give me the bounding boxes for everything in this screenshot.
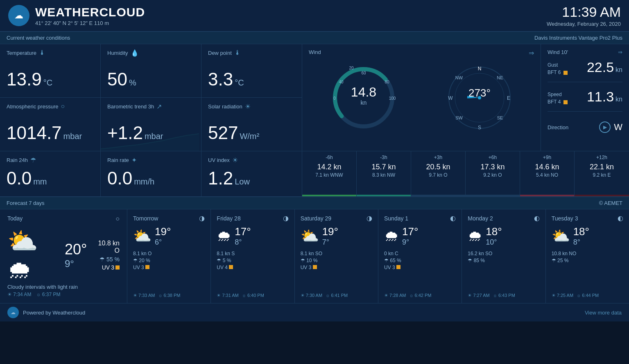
conditions-grid: Temperature 🌡 13.9 °C Humidity 💧 50 % De… [0, 44, 629, 197]
fc-day-5: Tuesday 3 ◐ [552, 214, 623, 222]
dewpoint-icon: 🌡 [234, 49, 241, 56]
wf-label-4: +9h [543, 155, 551, 160]
svg-text:NW: NW [455, 75, 463, 80]
wf-dir-2: 9.7 kn O [429, 172, 447, 178]
fc-day-4: Monday 2 ◐ [468, 214, 539, 222]
fc-times-2: ☀ 7:30 AM ☼ 6:41 PM [301, 290, 372, 298]
uv-icon: ☀ [232, 156, 238, 164]
today-details: 10.8 kn O ☂ 55 % UV 3 [93, 240, 120, 271]
pressure-icon: ○ [61, 103, 65, 110]
fc-uv-1: UV 4 [217, 265, 288, 270]
wind-gauge-area: 60 80 100 0 40 20 14.8 kn [306, 48, 421, 147]
fc-content-0: ⛅ 19° 6° 8.1 kn O ☂ 20 % UV 3 [133, 225, 205, 270]
fc-low-1: 8° [235, 238, 251, 247]
dew-point-cell: Dew point 🌡 3.3 °C [201, 44, 302, 97]
gust-bft-badge [563, 71, 568, 75]
svg-text:60: 60 [361, 71, 366, 75]
today-weather-icon: ⛅🌧 [7, 227, 58, 284]
footer-text: Powered by Weathercloud [23, 310, 85, 316]
fc-low-5: 8° [573, 238, 589, 247]
forecast-bar-label: Forecast 7 days [7, 200, 45, 206]
humidity-unit: % [129, 79, 136, 87]
temperature-cell: Temperature 🌡 13.9 °C [0, 44, 100, 97]
wf-dir-0: 7.1 kn WNW [315, 172, 343, 178]
rain24-icon: ☂ [30, 156, 36, 164]
temperature-value-container: 13.9 °C [7, 70, 94, 92]
today-label: Today [7, 215, 23, 222]
svg-text:NE: NE [497, 75, 503, 80]
fc-rain-2: ☂ 10 % [301, 258, 372, 263]
solar-unit: W/m² [240, 132, 259, 140]
wf-label-2: +3h [434, 155, 442, 160]
today-main: ⛅🌧 20° 9° 10.8 kn O ☂ 55 % UV 3 [7, 227, 120, 284]
pressure-label: Atmospheric pressure ○ [7, 103, 94, 110]
uv-cell: UV index ☀ 1.2 Low [201, 151, 302, 196]
logo-icon: ☁ [14, 10, 23, 21]
fc-low-2: 7° [322, 238, 338, 247]
fc-uv-2: UV 3 [301, 265, 372, 270]
rain24-label: Rain 24h ☂ [7, 156, 94, 164]
gust-bft: BFT 6 [548, 70, 568, 75]
forecast-tomorrow: Tomorrow ◑ ⛅ 19° 6° 8.1 kn O ☂ 20 % UV 3… [127, 209, 210, 303]
svg-text:SW: SW [455, 115, 463, 120]
today-uv: UV 3 [93, 264, 120, 271]
fc-rain-1: ☂ 5 % [217, 258, 288, 263]
wind10-direction-row: Direction ▶ W [548, 121, 622, 133]
gust-value: 22.5 [587, 59, 614, 75]
fc-high-2: 19° [322, 225, 338, 238]
wf-label-3: +6h [489, 155, 497, 160]
dew-point-value-container: 3.3 °C [208, 70, 295, 92]
rain-rate-value-container: 0.0 mm/h [107, 169, 195, 191]
fc-wind-1: 8.1 kn S [217, 251, 288, 256]
wind-compass-area: N E S W NE SE SW NW 273° [422, 48, 536, 147]
svg-text:20: 20 [349, 66, 354, 70]
app-header: ☁ WEATHERCLOUD 41° 22' 40" N 2° 5' 12" E… [0, 0, 629, 31]
forecast-bar-source: © AEMET [599, 200, 622, 206]
wind10-speed-row: Speed BFT 4 11.3 kn [548, 89, 622, 112]
current-time: 11:39 AM [547, 4, 621, 20]
today-sunrise: ☀ 7:34 AM [7, 292, 31, 297]
forecast-grid: Today ○ ⛅🌧 20° 9° 10.8 kn O ☂ 55 % UV 3 … [0, 209, 629, 303]
baro-wave-chart [101, 130, 199, 151]
wf-bar-5 [575, 195, 629, 196]
fc-icon-2: ⛅ [301, 227, 319, 245]
footer-left: ☁ Powered by Weathercloud [7, 307, 85, 318]
baro-trend-cell: Barometric trend 3h ↗ +1.2 mbar [101, 98, 201, 151]
uv-value: 1.2 [208, 169, 233, 187]
uv-label: UV index ☀ [208, 156, 295, 164]
wf-speed-5: 22.1 kn [590, 163, 614, 171]
wf-label-1: -3h [380, 155, 387, 160]
today-cell: Today ○ ⛅🌧 20° 9° 10.8 kn O ☂ 55 % UV 3 … [0, 209, 127, 303]
uv-value-container: 1.2 Low [208, 169, 295, 191]
today-times: ☀ 7:34 AM ☼ 6:37 PM [7, 292, 120, 297]
fc-uv-3: UV 3 [384, 265, 456, 270]
wf-bar-1 [357, 195, 411, 196]
svg-text:N: N [477, 66, 481, 72]
svg-text:kn: kn [360, 99, 367, 106]
pressure-value: 1014.7 [7, 124, 62, 142]
fc-wind-4: 16.2 kn SO [468, 251, 539, 256]
footer-logo: ☁ [7, 307, 19, 318]
wf-dir-1: 8.3 kn NW [372, 172, 395, 178]
fc-content-4: 🌧 18° 10° 16.2 kn SO ☂ 85 % [468, 225, 539, 263]
rain-rate-cell: Rain rate ✦ 0.0 mm/h [101, 151, 201, 196]
current-date: Wednesday, February 26, 2020 [547, 21, 621, 27]
uv-unit: Low [235, 178, 250, 186]
speed-bft: BFT 4 [548, 99, 568, 105]
thermometer-icon: 🌡 [39, 49, 45, 56]
app-subtitle: 41° 22' 40" N 2° 5' 12" E 110 m [35, 20, 145, 26]
today-temps: 20° 9° [65, 241, 87, 270]
wf-col-2: +3h 20.5 kn 9.7 kn O [411, 151, 466, 196]
fc-wind-3: 0 kn C [384, 251, 456, 256]
wf-bar-3 [466, 195, 520, 196]
svg-text:S: S [477, 125, 481, 130]
wf-dir-3: 9.2 kn O [483, 172, 502, 178]
dew-point-unit: °C [235, 79, 244, 87]
fc-icon-5: ⛅ [552, 227, 570, 245]
fc-content-3: 🌧 17° 9° 0 kn C ☂ 65 % UV 3 [384, 225, 456, 270]
wf-label-5: +12h [596, 155, 607, 160]
view-more-link[interactable]: View more data [585, 310, 622, 316]
wf-speed-0: 14.2 kn [317, 163, 341, 171]
wf-col-5: +12h 22.1 kn 9.2 kn E [575, 151, 629, 196]
svg-text:0: 0 [333, 96, 336, 101]
